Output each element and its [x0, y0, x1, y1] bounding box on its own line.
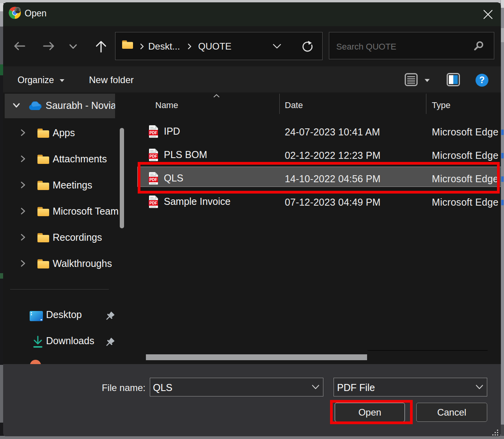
- svg-text:PDF: PDF: [149, 201, 157, 205]
- svg-text:PDF: PDF: [149, 154, 157, 158]
- svg-text:PDF: PDF: [149, 131, 157, 135]
